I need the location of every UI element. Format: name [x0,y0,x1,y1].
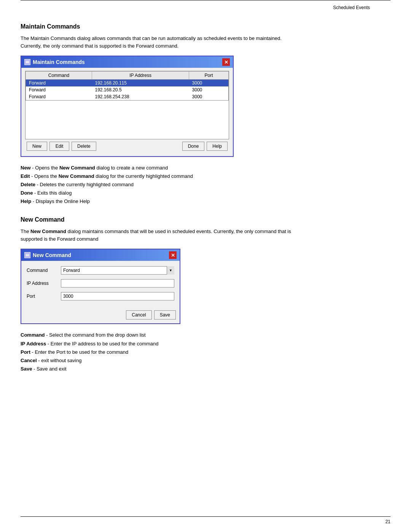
desc-cancel: Cancel - exit without saving [21,356,390,365]
new-command-desc: The New Command dialog maintains command… [21,228,295,243]
maintain-commands-desc: The Maintain Commands dialog allows comm… [21,35,295,50]
ip-address-row: IP Address [27,279,174,288]
new-command-close-button[interactable]: ✕ [169,251,177,259]
desc-command: Command - Select the command from the dr… [21,331,390,339]
desc-port: Port - Enter the Port to be used for the… [21,348,390,356]
dialog-icon [24,59,30,65]
svg-rect-1 [26,61,29,62]
commands-table-container: Command IP Address Port Forward192.168.2… [25,71,229,139]
maintain-commands-heading: Maintain Commands [21,23,390,30]
svg-rect-5 [26,256,29,256]
svg-rect-0 [25,60,29,64]
svg-rect-3 [25,253,29,257]
new-command-dialog: New Command ✕ Command Forward ▼ IP Addre… [21,249,180,324]
desc-edit: Edit - Opens the New Command dialog for … [21,172,390,181]
col-port: Port [189,72,229,80]
command-select-wrapper: Forward ▼ [61,266,174,275]
port-input[interactable] [61,292,174,300]
new-command-titlebar: New Command ✕ [21,249,180,261]
desc-delete: Delete - Deletes the currently highlight… [21,181,390,189]
desc-save: Save - Save and exit [21,365,390,373]
new-button[interactable]: New [27,142,47,151]
maintain-commands-dialog-title: Maintain Commands [33,59,85,65]
desc-help: Help - Displays the Online Help [21,197,390,206]
maintain-commands-titlebar: Maintain Commands ✕ [21,56,233,68]
desc-done: Done - Exits this dialog [21,189,390,197]
cancel-button[interactable]: Cancel [126,310,151,320]
table-row[interactable]: Forward192.168.254.2383000 [26,93,229,101]
ip-address-input[interactable] [61,279,174,288]
command-label: Command [27,268,61,273]
new-command-dialog-title: New Command [33,252,71,258]
bottom-rule [21,516,390,517]
svg-rect-4 [26,254,29,255]
delete-button[interactable]: Delete [72,142,96,151]
commands-table: Command IP Address Port Forward192.168.2… [25,71,229,101]
svg-rect-2 [26,62,29,63]
col-command: Command [26,72,92,80]
maintain-commands-close-button[interactable]: ✕ [222,58,230,66]
new-cmd-dialog-icon [24,252,30,258]
col-ip: IP Address [92,72,189,80]
help-button[interactable]: Help [207,142,228,151]
desc-ip-address: IP Address - Enter the IP address to be … [21,340,390,348]
command-row: Command Forward ▼ [27,266,174,275]
new-command-heading: New Command [21,216,390,223]
edit-button[interactable]: Edit [49,142,69,151]
ip-address-label: IP Address [27,281,61,286]
save-button[interactable]: Save [154,310,176,320]
header-section: Scheduled Events [333,5,370,10]
page-number: 21 [386,519,390,524]
new-command-desc-list: Command - Select the command from the dr… [21,331,390,373]
port-label: Port [27,294,61,299]
table-row[interactable]: Forward192.168.20.53000 [26,86,229,93]
table-row[interactable]: Forward192.168.20.1153000 [26,80,229,87]
port-row: Port [27,292,174,300]
maintain-commands-desc-list: New - Opens the New Command dialog to cr… [21,164,390,206]
desc-new: New - Opens the New Command dialog to cr… [21,164,390,172]
maintain-commands-dialog: Maintain Commands ✕ Command IP Address P… [21,56,234,157]
done-button[interactable]: Done [182,142,205,151]
command-select[interactable]: Forward [61,266,174,275]
